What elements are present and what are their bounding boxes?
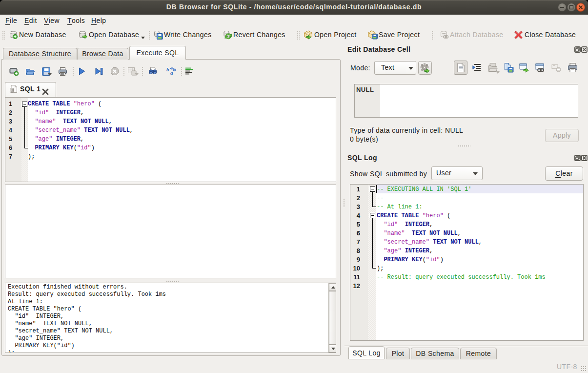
svg-text:a: a [170, 70, 173, 76]
svg-text:b: b [166, 67, 169, 72]
